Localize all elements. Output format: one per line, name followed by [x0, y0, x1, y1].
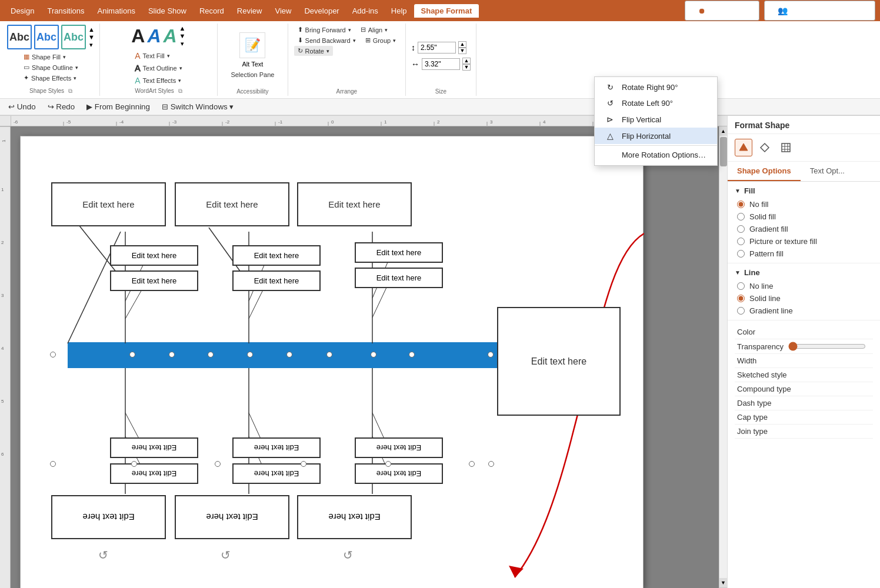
box-mid-tm-1[interactable]: Edit text here: [232, 245, 321, 266]
box-top-2[interactable]: Edit text here: [175, 182, 289, 226]
box-top-3[interactable]: Edit text here: [297, 182, 412, 226]
wordart-scroll-down[interactable]: ▼: [179, 32, 186, 39]
dropdown-more-rotation[interactable]: More Rotation Options…: [595, 147, 717, 163]
shape-style-1[interactable]: Abc: [7, 25, 32, 49]
menu-transitions[interactable]: Transitions: [41, 4, 90, 18]
box-mid-bl-1[interactable]: Edit text here: [110, 437, 198, 458]
shape-styles-scroll-down[interactable]: ▼: [88, 34, 95, 41]
line-section-title[interactable]: ▼ Line: [735, 268, 873, 277]
wordart-scroll-up[interactable]: ▲: [179, 25, 186, 32]
format-icon-table[interactable]: [777, 139, 795, 156]
height-down[interactable]: ▼: [458, 48, 466, 54]
box-mid-tm-2[interactable]: Edit text here: [232, 270, 321, 291]
menu-record[interactable]: Record: [194, 4, 230, 18]
box-mid-tl-2[interactable]: Edit text here: [110, 270, 198, 291]
format-icon-shape[interactable]: [756, 139, 774, 156]
box-mid-br-2[interactable]: Edit text here: [355, 463, 443, 484]
box-bot-3[interactable]: Edit text here: [297, 495, 412, 539]
menu-addins[interactable]: Add-ins: [346, 4, 384, 18]
box-mid-bm-1[interactable]: Edit text here: [232, 437, 321, 458]
shape-styles-scroll-up[interactable]: ▲: [88, 26, 95, 33]
box-mid-tr-1[interactable]: Edit text here: [355, 242, 443, 263]
switch-windows-btn[interactable]: ⊟ Switch Windows ▾: [158, 101, 237, 112]
rotate-handle-1[interactable]: ↺: [98, 548, 108, 562]
width-down[interactable]: ▼: [462, 64, 471, 71]
menu-animations[interactable]: Animations: [92, 4, 141, 18]
fill-gradient[interactable]: Gradient fill: [737, 225, 871, 233]
box-bot-2[interactable]: Edit text here: [175, 495, 289, 539]
handle-bm2: [215, 461, 221, 467]
wordart-expand[interactable]: ▾: [179, 40, 186, 48]
box-result[interactable]: Edit text here: [497, 307, 621, 416]
dropdown-flip-vertical[interactable]: ⊳ Flip Vertical: [595, 111, 717, 128]
shape-effects-btn[interactable]: ✦ Shape Effects ▾: [20, 73, 82, 83]
menu-review[interactable]: Review: [231, 4, 268, 18]
height-up[interactable]: ▲: [458, 41, 466, 48]
shape-styles-expand-icon[interactable]: ⧉: [68, 88, 72, 94]
record-button[interactable]: ⏺ Record: [685, 1, 759, 21]
box-mid-bl-2[interactable]: Edit text here: [110, 463, 198, 484]
fill-no-fill[interactable]: No fill: [737, 200, 871, 209]
fill-solid[interactable]: Solid fill: [737, 212, 871, 221]
tab-shape-options[interactable]: Shape Options: [728, 162, 801, 181]
rotate-btn[interactable]: ↻ Rotate ▾: [294, 46, 333, 56]
fill-picture[interactable]: Picture or texture fill: [737, 237, 871, 246]
width-input[interactable]: [422, 58, 460, 70]
size-label: Size: [435, 87, 446, 95]
rotate-handle-3[interactable]: ↺: [343, 548, 353, 562]
line-gradient[interactable]: Gradient line: [737, 306, 871, 315]
text-outline-btn[interactable]: A Text Outline ▾: [131, 62, 185, 74]
menu-slideshow[interactable]: Slide Show: [142, 4, 192, 18]
box-mid-tr-2[interactable]: Edit text here: [355, 268, 443, 288]
line-no-line[interactable]: No line: [737, 282, 871, 290]
send-backward-btn[interactable]: ⬇ Send Backward ▾: [294, 35, 359, 45]
format-icon-fill[interactable]: [735, 139, 752, 156]
box-bot-1[interactable]: Edit text here: [51, 495, 166, 539]
width-up[interactable]: ▲: [462, 58, 471, 64]
text-effects-btn[interactable]: A Text Effects ▾: [131, 75, 185, 86]
line-solid[interactable]: Solid line: [737, 294, 871, 303]
slide[interactable]: Edit text here Edit text here Edit text …: [20, 136, 644, 588]
selection-pane-btn[interactable]: Selection Pane: [227, 70, 278, 79]
svg-marker-58: [761, 143, 769, 152]
scroll-thumb[interactable]: [720, 137, 727, 166]
rotate-handle-2[interactable]: ↺: [221, 548, 231, 562]
menu-help[interactable]: Help: [385, 4, 413, 18]
shape-fill-btn[interactable]: ▦ Shape Fill ▾: [20, 52, 82, 62]
alt-text-btn[interactable]: 📝: [239, 32, 265, 58]
transparency-slider[interactable]: [788, 342, 866, 351]
box-mid-br-1[interactable]: Edit text here: [355, 437, 443, 458]
undo-btn[interactable]: ↩ Undo: [5, 101, 39, 112]
bring-forward-btn[interactable]: ⬆ Bring Forward ▾: [294, 25, 355, 35]
shape-styles-expand[interactable]: ▾: [88, 41, 95, 49]
menu-view[interactable]: View: [269, 4, 297, 18]
dropdown-rotate-right[interactable]: ↻ Rotate Right 90°: [595, 79, 717, 95]
fill-section-title[interactable]: ▼ Fill: [735, 186, 873, 195]
present-button[interactable]: 👥 Present in Teams: [764, 1, 875, 21]
tab-text-options[interactable]: Text Opt...: [801, 162, 854, 181]
box-top-1[interactable]: Edit text here: [51, 182, 166, 226]
shape-style-2[interactable]: Abc: [34, 25, 59, 49]
fill-pattern[interactable]: Pattern fill: [737, 249, 871, 258]
dropdown-flip-horizontal[interactable]: △ Flip Horizontal: [595, 128, 717, 144]
height-input[interactable]: [418, 42, 456, 54]
shape-style-3[interactable]: Abc: [61, 25, 86, 49]
scroll-down-btn[interactable]: ▼: [719, 578, 727, 587]
group-btn[interactable]: ⊞ Group ▾: [362, 35, 400, 45]
vertical-scrollbar[interactable]: ▲ ▼ ▲ ▼: [719, 126, 727, 588]
wordart-expand-icon[interactable]: ⧉: [178, 88, 182, 94]
text-fill-btn[interactable]: A Text Fill ▾: [131, 50, 185, 62]
arrange-group: ⬆ Bring Forward ▾ ⊟ Align ▾ ⬇ Send Backw…: [288, 24, 406, 96]
box-mid-tl-1[interactable]: Edit text here: [110, 245, 198, 266]
from-beginning-btn[interactable]: ▶ From Beginning: [83, 101, 154, 112]
menu-shapeformat[interactable]: Shape Format: [414, 4, 479, 18]
shape-outline-btn[interactable]: ▭ Shape Outline ▾: [20, 62, 82, 72]
menu-design[interactable]: Design: [5, 4, 40, 18]
box-mid-bm-2[interactable]: Edit text here: [232, 463, 321, 484]
canvas-area[interactable]: Edit text here Edit text here Edit text …: [11, 126, 719, 588]
menu-developer[interactable]: Developer: [298, 4, 345, 18]
redo-btn[interactable]: ↪ Redo: [44, 101, 79, 112]
align-btn[interactable]: ⊟ Align ▾: [357, 25, 391, 35]
scroll-up-btn[interactable]: ▲: [719, 126, 727, 136]
dropdown-rotate-left[interactable]: ↺ Rotate Left 90°: [595, 95, 717, 111]
